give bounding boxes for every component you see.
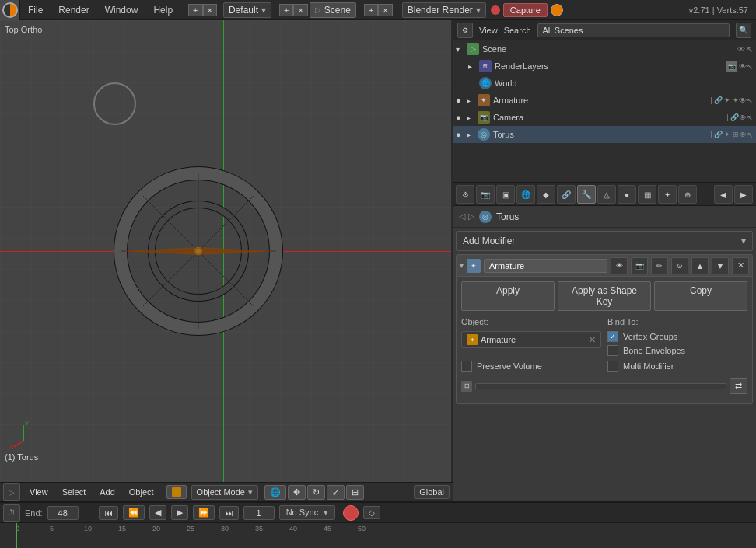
timeline-skip-end[interactable]: ⏭ — [219, 506, 239, 520]
outliner-view-label[interactable]: View — [479, 26, 498, 35]
scene-minus[interactable]: × — [293, 4, 307, 16]
modifier-name-input[interactable] — [484, 259, 607, 273]
move-icon[interactable]: ✥ — [288, 485, 306, 500]
workspace-plus-minus[interactable]: + × — [188, 4, 217, 16]
outliner-scene-item[interactable]: ▾ ▷ Scene 👁 ↖ — [453, 40, 756, 58]
bottom-select-menu[interactable]: Select — [58, 486, 91, 498]
rotate-icon[interactable]: ↻ — [307, 485, 325, 500]
arm-icons: | 🔗 ✦ ✦ — [710, 96, 739, 104]
prop-tab-particles[interactable]: ✦ — [658, 185, 677, 204]
prop-tab-layers[interactable]: ▣ — [496, 185, 515, 204]
menu-file[interactable]: File — [20, 2, 51, 19]
global-selector[interactable]: Global — [414, 485, 450, 499]
outliner-armature-item[interactable]: ● ▸ ✦ Armature | 🔗 ✦ ✦ 👁 ↖ — [453, 92, 756, 109]
mod-render-icon[interactable]: 📷 — [631, 257, 648, 274]
mod-realtime-icon[interactable]: 👁 — [611, 257, 628, 274]
prop-tab-render[interactable]: 📷 — [476, 185, 495, 204]
timeline-skip-start[interactable]: ⏮ — [99, 506, 118, 520]
scene-plus-minus[interactable]: + × — [279, 4, 308, 16]
menu-help[interactable]: Help — [145, 2, 180, 19]
scale-icon[interactable]: ⤢ — [327, 485, 345, 500]
cam-extra-icons: | 🔗 — [726, 113, 739, 121]
apply-shape-button[interactable]: Apply as Shape Key — [558, 281, 651, 311]
outliner-renderlayers-item[interactable]: ▸ R RenderLayers 📷 👁 ↖ — [453, 58, 756, 75]
version-display: v2.71 | Verts:57 — [689, 5, 756, 15]
eye-icon: 👁 — [737, 45, 745, 54]
vertex-groups-checkbox[interactable] — [607, 331, 618, 342]
object-clear-btn[interactable]: ✕ — [589, 335, 596, 345]
outliner-search-label[interactable]: Search — [504, 26, 531, 35]
mod-edit-icon[interactable]: ✏ — [651, 257, 668, 274]
mod-down-icon[interactable]: ▼ — [712, 257, 729, 274]
modifier-header: ▾ ✦ 👁 📷 ✏ ⊙ ▲ ▼ ✕ — [457, 255, 752, 277]
outliner-view-btn[interactable]: ⚙ — [457, 23, 473, 38]
workspace-plus[interactable]: + — [188, 4, 202, 16]
prop-tab-data[interactable]: △ — [597, 185, 616, 204]
outliner-search-btn[interactable]: 🔍 — [736, 23, 751, 38]
transform-icon[interactable]: ⊞ — [346, 485, 364, 500]
preserve-volume-checkbox[interactable] — [461, 361, 472, 372]
timeline-sync-selector[interactable]: No Sync ▾ — [279, 505, 336, 520]
outliner-torus-item[interactable]: ● ▸ ◎ Torus | 🔗 ✦ ⊞ 👁 ↖ — [453, 126, 756, 143]
scene-plus[interactable]: + — [279, 4, 293, 16]
render-plus-minus[interactable]: + × — [364, 4, 393, 16]
render-controls: Capture — [491, 3, 563, 17]
prop-tab-material[interactable]: ● — [618, 185, 636, 204]
workspace-selector[interactable]: Default ▾ — [223, 2, 271, 18]
viewport[interactable]: Top Ortho — [0, 20, 453, 482]
render-engine-selector[interactable]: Blender Render ▾ — [402, 2, 486, 18]
prop-tab-object[interactable]: ◆ — [537, 185, 555, 204]
prop-tab-scene[interactable]: ⚙ — [456, 185, 474, 204]
bottom-object-menu[interactable]: Object — [124, 486, 159, 498]
timeline-end-field[interactable]: 48 — [47, 506, 79, 520]
vertex-groups-row: Vertex Groups — [607, 331, 747, 342]
bottom-view-menu[interactable]: View — [25, 486, 53, 498]
vertex-group-input[interactable] — [475, 383, 726, 389]
timeline-content[interactable]: 0 5 10 15 20 25 30 35 40 45 50 — [0, 523, 756, 548]
mode-selector[interactable]: Object Mode ▾ — [191, 485, 258, 500]
timeline-frame-field[interactable]: 1 — [243, 506, 275, 520]
mod-cage-icon[interactable]: ⊙ — [671, 257, 688, 274]
outliner-all-scenes[interactable]: All Scenes — [537, 23, 730, 37]
breadcrumb-icons: ◁ ▷ — [459, 211, 474, 222]
prop-breadcrumb: ◁ ▷ ◎ Torus — [453, 206, 756, 228]
menu-render[interactable]: Render — [51, 2, 96, 19]
arm-check: ● — [456, 96, 467, 105]
prop-next-btn[interactable]: ▶ — [734, 185, 753, 204]
prop-tab-modifier[interactable]: 🔧 — [577, 185, 596, 204]
menu-window[interactable]: Window — [97, 2, 146, 19]
prop-prev-btn[interactable]: ◀ — [714, 185, 733, 204]
cursor-icon: ↖ — [747, 45, 753, 54]
add-modifier-button[interactable]: Add Modifier ▾ — [456, 231, 753, 251]
timeline-play-reverse[interactable]: ◀ — [149, 505, 166, 520]
timeline-header: ⏱ End: 48 ⏮ ⏪ ◀ ▶ ⏩ ⏭ 1 No Sync ▾ ◇ — [0, 503, 756, 523]
prop-tab-physics[interactable]: ⊕ — [678, 185, 697, 204]
multi-modifier-checkbox[interactable] — [607, 361, 618, 372]
render-plus[interactable]: + — [364, 4, 378, 16]
prop-tab-world[interactable]: 🌐 — [516, 185, 535, 204]
timeline-record-btn[interactable] — [343, 505, 359, 521]
copy-button[interactable]: Copy — [654, 281, 747, 311]
timeline-end-label: End: — [25, 508, 43, 518]
outliner-camera-item[interactable]: ● ▸ 📷 Camera | 🔗 👁 ↖ — [453, 109, 756, 126]
prop-tab-constraints[interactable]: 🔗 — [557, 185, 576, 204]
timeline-next-frame[interactable]: ⏩ — [193, 505, 215, 520]
timeline-play[interactable]: ▶ — [171, 505, 188, 520]
modifier-expand-icon[interactable]: ▾ — [460, 261, 464, 270]
blender-logo[interactable] — [0, 0, 20, 20]
timeline-prev-frame[interactable]: ⏪ — [123, 505, 145, 520]
outliner-world-item[interactable]: 🌐 World — [453, 75, 756, 92]
apply-button[interactable]: Apply — [461, 281, 555, 311]
globe-icon[interactable]: 🌐 — [264, 485, 286, 500]
capture-button[interactable]: Capture — [503, 3, 548, 17]
bone-envelopes-checkbox[interactable] — [607, 345, 618, 356]
mod-up-icon[interactable]: ▲ — [691, 257, 709, 274]
timeline-keyframe-btn[interactable]: ◇ — [363, 506, 380, 519]
mod-delete-icon[interactable]: ✕ — [732, 257, 749, 274]
workspace-minus[interactable]: × — [203, 4, 217, 16]
render-minus[interactable]: × — [378, 4, 392, 16]
prop-tab-texture[interactable]: ▦ — [638, 185, 656, 204]
swap-button[interactable]: ⇄ — [730, 378, 747, 394]
bottom-add-menu[interactable]: Add — [95, 486, 120, 498]
object-input[interactable]: ✦ Armature ✕ — [461, 331, 601, 348]
